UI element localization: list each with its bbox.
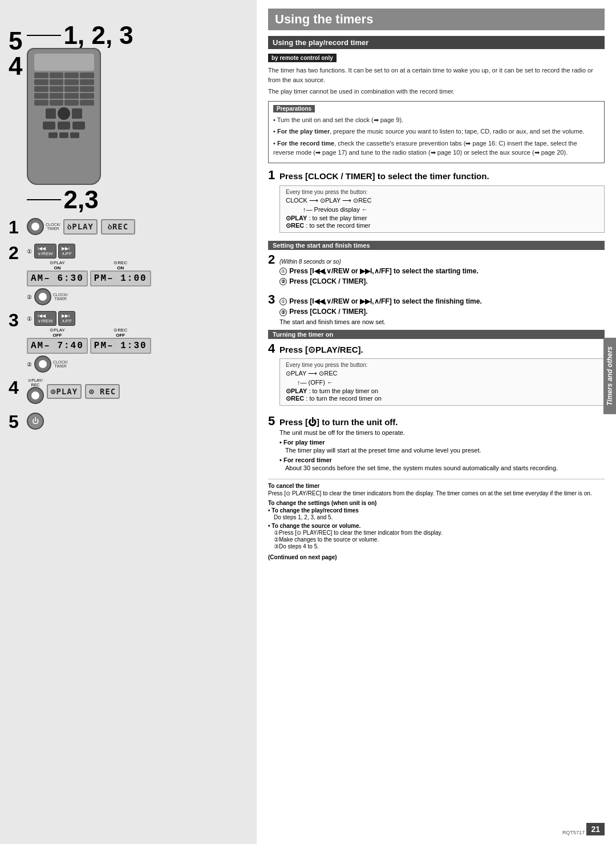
step4-diagram: Every time you press the button: ⊙PLAY ⟶…: [279, 358, 605, 406]
step5-note: The unit must be off for the timers to o…: [279, 429, 605, 436]
for-play-timer-text: The timer play will start at the preset …: [279, 447, 605, 454]
display-play-1: ꝺPLAY: [63, 219, 98, 235]
step-num-4: 4: [9, 54, 22, 79]
rew-btn-3[interactable]: I◀◀∨/REW: [34, 311, 56, 326]
ff-btn-3[interactable]: ▶▶I∧/FF: [58, 311, 75, 326]
step-nums-123: 1, 2, 3: [63, 23, 133, 48]
step4-heading: Press [⊙PLAY/REC].: [279, 345, 605, 355]
right-step-3: 3 ① Press [I◀◀,∨/REW or ▶▶I,∧/FF] to sel…: [268, 292, 605, 325]
left-step-2: 2 ① I◀◀∨/REW ▶▶I∧/FF ⊙PLAY ON AM– 6:30 ⊙…: [9, 244, 248, 305]
right-step-5: 5 Press [⏻] to turn the unit off. The un…: [268, 414, 605, 474]
step1-diagram: Every time you press the button: CLOCK ⟶…: [279, 185, 605, 233]
step4-number: 4: [9, 378, 27, 397]
right-step-1: 1 Press [CLOCK / TIMER] to select the ti…: [268, 168, 605, 236]
step2-subheading: (Within 8 seconds or so): [279, 259, 605, 265]
ff-btn-2[interactable]: ▶▶I∧/FF: [58, 244, 75, 259]
left-step-1: 1 CLOCK/ TIMER ꝺPLAY ꝺREC: [9, 218, 248, 238]
cancel-label: To cancel the timer: [268, 483, 605, 489]
setting-times-header: Setting the start and finish times: [268, 241, 605, 250]
remote-only-tag: by remote control only: [268, 54, 337, 62]
change-settings-label: To change the settings (when unit is on): [268, 500, 605, 506]
for-record-timer-label: • For record timer: [279, 457, 605, 463]
preparations-box: Preparations • Turn the unit on and set …: [268, 101, 605, 163]
section-header-play-record: Using the play/record timer: [268, 36, 605, 49]
left-step-4: 4 ⊙PLAY/ REC ⊙PLAY ⊙ REC: [9, 378, 248, 407]
step5-number: 5: [9, 413, 27, 431]
right-step-4: 4 Press [⊙PLAY/REC]. Every time you pres…: [268, 341, 605, 409]
for-record-timer-text: About 30 seconds before the set time, th…: [279, 465, 605, 471]
display-rec-4: ⊙ REC: [85, 384, 120, 399]
clock-timer-btn-1[interactable]: [27, 218, 44, 235]
prep-bullets: • Turn the unit on and set the clock (➡ …: [273, 115, 599, 158]
display-130: PM– 1:30: [90, 338, 151, 354]
right-step3-number: 3: [268, 292, 279, 307]
right-step2-number: 2: [268, 252, 279, 267]
change-playrec-text: Do steps 1, 2, 3, and 5.: [268, 514, 605, 520]
step-num-5: 5: [9, 29, 22, 54]
play-rec-btn[interactable]: [27, 387, 44, 404]
step1-heading: Press [CLOCK / TIMER] to select the time…: [279, 170, 605, 182]
left-panel: 5 4 1, 2, 3: [0, 0, 257, 844]
change-playrec-label: • To change the play/record times: [268, 507, 605, 514]
right-step1-number: 1: [268, 168, 279, 183]
change-source-3: ③Do steps 4 to 5.: [268, 543, 605, 550]
display-play-4: ⊙PLAY: [47, 384, 82, 399]
step2-number: 2: [9, 244, 27, 262]
step3-text1: ① Press [I◀◀,∨/REW or ▶▶I,∧/FF] to selec…: [279, 297, 605, 305]
left-step-3: 3 ① I◀◀∨/REW ▶▶I∧/FF ⊙PLAY OFF AM– 7:40 …: [9, 311, 248, 373]
step3-note: The start and finish times are now set.: [279, 318, 605, 325]
left-step-5: 5 ⏻: [9, 413, 248, 431]
change-source-2: ②Make changes to the source or volume.: [268, 536, 605, 543]
continued-label: (Continued on next page): [268, 554, 605, 560]
turning-timer-on-header: Turning the timer on: [268, 330, 605, 339]
for-play-timer-label: • For play timer: [279, 439, 605, 446]
remote-control-image: [27, 48, 101, 185]
right-panel: Timers and others Using the timers Using…: [257, 0, 616, 844]
clock-timer-btn-3[interactable]: [34, 356, 51, 373]
clock-timer-btn-2[interactable]: [34, 288, 51, 305]
step1-number: 1: [9, 218, 27, 236]
display-740: AM– 7:40: [27, 338, 88, 354]
rqt-code: RQT5717: [562, 830, 585, 835]
step5-heading: Press [⏻] to turn the unit off.: [279, 417, 605, 427]
change-source-1: ①Press [⊙ PLAY/REC] to clear the timer i…: [268, 530, 605, 536]
rew-btn-2[interactable]: I◀◀∨/REW: [34, 244, 56, 259]
display-630: AM– 6:30: [27, 270, 88, 286]
page-number: 21: [586, 823, 605, 835]
change-source-label: • To change the source or volume.: [268, 523, 605, 529]
cancel-text: Press [⊙ PLAY/REC] to clear the timer in…: [268, 490, 605, 496]
step-num-23: 2,3: [63, 187, 98, 212]
timers-side-label: Timers and others: [603, 338, 616, 414]
power-btn[interactable]: ⏻: [27, 413, 44, 430]
page-title: Using the timers: [268, 9, 605, 30]
preparations-tag: Preparations: [273, 105, 315, 112]
step3-number: 3: [9, 311, 27, 329]
step3-text2: ② Press [CLOCK / TIMER].: [279, 308, 605, 316]
display-100: PM– 1:00: [90, 270, 151, 286]
intro-text: The timer has two functions. It can be s…: [268, 66, 605, 96]
display-rec-1: ꝺREC: [101, 219, 135, 235]
step2-text1: ① Press [I◀◀,∨/REW or ▶▶I,∧/FF] to selec…: [279, 267, 605, 275]
right-step5-number: 5: [268, 414, 279, 429]
right-step4-number: 4: [268, 341, 279, 356]
right-step-2: 2 (Within 8 seconds or so) ① Press [I◀◀,…: [268, 252, 605, 288]
step2-text2: ② Press [CLOCK / TIMER].: [279, 277, 605, 285]
